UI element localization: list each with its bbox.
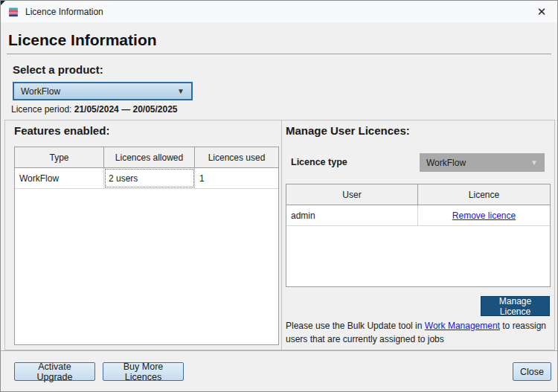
app-logo-icon <box>7 6 19 18</box>
features-table-header: Type Licences allowed Licences used <box>15 147 278 168</box>
licences-used-cell[interactable]: 1 <box>195 168 278 188</box>
licence-type-dropdown-value: WorkFlow <box>426 158 466 168</box>
panel-divider <box>281 120 282 350</box>
licence-period-value: 21/05/2024 — 20/05/2025 <box>74 104 178 115</box>
licence-period-label: Licence period: <box>11 104 71 115</box>
work-management-link[interactable]: Work Management <box>425 321 500 331</box>
column-header-licences-allowed: Licences allowed <box>104 147 195 167</box>
licence-action-cell: Remove licence <box>418 205 550 225</box>
note-text-before: Please use the Bulk Update tool in <box>286 321 425 331</box>
activate-upgrade-button[interactable]: Activate Upgrade <box>14 362 95 381</box>
manage-licence-button[interactable]: Manage Licence <box>481 296 550 316</box>
column-header-licence: Licence <box>418 184 550 205</box>
heading-divider <box>7 54 551 54</box>
features-table: Type Licences allowed Licences used Work… <box>14 147 279 345</box>
features-enabled-heading: Features enabled: <box>14 124 109 137</box>
user-licences-table: User Licence admin Remove licence <box>286 184 551 287</box>
licences-allowed-cell[interactable]: 2 users <box>104 168 195 188</box>
window-close-icon[interactable]: ✕ <box>528 2 555 21</box>
licence-type-dropdown[interactable]: WorkFlow ▼ <box>420 153 545 172</box>
bulk-update-note: Please use the Bulk Update tool in Work … <box>286 319 554 346</box>
licence-type-label: Licence type <box>291 157 347 167</box>
product-dropdown-value: WorkFlow <box>21 86 60 97</box>
close-button[interactable]: Close <box>513 362 551 381</box>
user-licences-table-header: User Licence <box>286 184 550 205</box>
title-bar: Licence Information ✕ <box>1 1 557 22</box>
manage-user-licences-heading: Manage User Licences: <box>286 124 410 137</box>
chevron-down-icon: ▼ <box>177 87 185 95</box>
chevron-down-icon: ▼ <box>530 158 538 167</box>
buy-more-licences-button[interactable]: Buy More Licences <box>103 362 184 381</box>
feature-type-cell[interactable]: WorkFlow <box>15 168 104 188</box>
features-table-row[interactable]: WorkFlow 2 users 1 <box>15 168 278 189</box>
licence-period: Licence period: 21/05/2024 — 20/05/2025 <box>11 104 178 115</box>
column-header-user: User <box>286 184 418 205</box>
column-header-licences-used: Licences used <box>195 147 278 167</box>
remove-licence-link[interactable]: Remove licence <box>452 211 516 221</box>
column-header-type: Type <box>15 147 104 167</box>
licence-information-dialog: Licence Information ✕ Licence Informatio… <box>0 0 558 392</box>
select-product-label: Select a product: <box>13 63 103 76</box>
user-licence-row[interactable]: admin Remove licence <box>286 205 550 226</box>
window-title: Licence Information <box>25 7 103 17</box>
page-title: Licence Information <box>8 31 157 49</box>
user-cell[interactable]: admin <box>286 205 418 225</box>
footer-divider <box>1 350 557 351</box>
product-dropdown[interactable]: WorkFlow ▼ <box>13 82 193 100</box>
